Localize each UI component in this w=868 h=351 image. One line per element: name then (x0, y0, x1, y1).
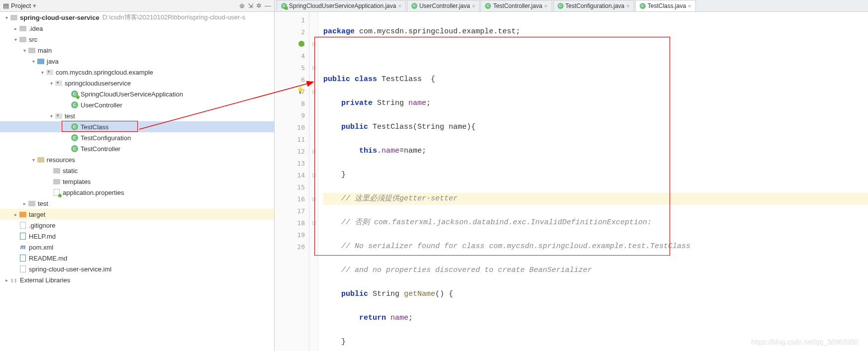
tree-templates[interactable]: ▸ templates (0, 176, 274, 187)
code-text: TestClass(String name){ (373, 123, 476, 131)
expand-icon[interactable]: ▾ (21, 48, 28, 53)
line-num: 10 (297, 124, 305, 131)
code-text: } (323, 171, 346, 179)
expand-icon[interactable]: ▾ (12, 37, 19, 42)
tab-testctrl[interactable]: CTestController.java× (481, 0, 552, 11)
expand-icon[interactable]: ▾ (30, 59, 37, 64)
tree-iml[interactable]: spring-cloud-user-service.iml (0, 263, 274, 274)
tree-readme[interactable]: README.md (0, 253, 274, 263)
kw: private (323, 99, 377, 107)
kw: public class (323, 75, 382, 84)
close-icon[interactable]: × (544, 3, 547, 9)
expand-icon[interactable]: ▾ (39, 70, 46, 75)
line-gutter: 1 2 3 4 5 6 7💡 8 9 10 11 12 13 14 15 16 … (275, 12, 309, 351)
line-num: 20 (297, 243, 305, 251)
editor-body: 1 2 3 4 5 6 7💡 8 9 10 11 12 13 14 15 16 … (275, 12, 868, 351)
expand-icon[interactable]: ▸ (3, 277, 10, 283)
tab-app[interactable]: CSpringCloudUserServiceApplication.java× (277, 0, 406, 11)
tab-userctrl[interactable]: CUserController.java× (407, 0, 480, 11)
kw: public (323, 123, 373, 131)
tree-help[interactable]: HELP.md (0, 231, 274, 242)
tree-test-dir[interactable]: ▸ test (0, 198, 274, 209)
code-text: ; (426, 99, 431, 107)
field: name (390, 314, 408, 322)
kw: public (323, 290, 373, 298)
project-panel-toolbar: ⊕ ⇲ ✲ — (239, 2, 271, 9)
intention-bulb-icon[interactable]: 💡 (296, 87, 304, 94)
tree-test-ctrl[interactable]: ▸ C TestController (0, 143, 274, 154)
tree-static[interactable]: ▸ static (0, 165, 274, 176)
line-num: 11 (297, 136, 305, 143)
hide-icon[interactable]: — (265, 2, 271, 9)
tree-label: test (65, 112, 75, 120)
tree-root[interactable]: ▾ spring-cloud-user-service D:\csdn博客\20… (0, 12, 274, 23)
gear-icon[interactable]: ✲ (256, 2, 262, 9)
spring-bean-icon[interactable] (298, 41, 304, 47)
tree-test-cfg[interactable]: ▸ C TestConfiguration (0, 132, 274, 143)
expand-icon[interactable]: ▾ (48, 113, 55, 119)
tab-label: TestConfiguration.java (566, 2, 625, 9)
tree-label: TestController (81, 145, 120, 153)
tab-testcfg[interactable]: CTestConfiguration.java× (553, 0, 634, 11)
tree-pkg[interactable]: ▾ com.mycsdn.springcloud.example (0, 67, 274, 78)
project-panel-title-area[interactable]: ▤ Project ▾ (3, 2, 239, 9)
close-icon[interactable]: × (472, 3, 475, 9)
line-num: 6 (301, 76, 305, 84)
expand-icon[interactable]: ▾ (48, 81, 55, 86)
expand-icon[interactable]: ▾ (30, 157, 37, 163)
tree-gitignore[interactable]: .gitignore (0, 220, 274, 231)
close-icon[interactable]: × (688, 3, 691, 9)
fold-icon[interactable]: ⊟ (309, 145, 318, 157)
close-icon[interactable]: × (398, 3, 401, 9)
fold-icon[interactable]: ⊟ (309, 38, 318, 50)
tree-label: java (47, 58, 59, 65)
code-editor[interactable]: package com.mycsdn.springcloud.example.t… (318, 12, 868, 351)
tree-user-ctrl[interactable]: ▸ C UserController (0, 99, 274, 110)
tree-ext-libs[interactable]: ▸ ⫾⫾ External Libraries (0, 274, 274, 285)
tree-main[interactable]: ▾ main (0, 45, 274, 56)
kw: this (323, 147, 377, 155)
line-num: 14 (297, 172, 305, 179)
expand-icon[interactable]: ▸ (12, 212, 19, 217)
tree-src[interactable]: ▾ src (0, 34, 274, 45)
expand-icon[interactable]: ▾ (3, 15, 10, 20)
tree-pom[interactable]: m pom.xml (0, 242, 274, 253)
expand-icon[interactable]: ▸ (21, 201, 28, 206)
comment: // and no properties discovered to creat… (323, 266, 592, 274)
collapse-icon[interactable]: ⇲ (248, 2, 253, 9)
project-panel: ▤ Project ▾ ⊕ ⇲ ✲ — ▾ spring-cloud-user-… (0, 0, 275, 351)
line-num: 1 (301, 16, 305, 24)
fold-icon[interactable]: ⊡ (309, 217, 318, 229)
tree-label: resources (47, 156, 75, 164)
fold-icon[interactable]: ⊟ (309, 193, 318, 205)
tree-label: .gitignore (29, 222, 55, 229)
fold-icon[interactable]: ⊟ (309, 62, 318, 74)
field: name (408, 99, 426, 107)
tree-test-class[interactable]: ▸ C TestClass (0, 121, 274, 132)
project-panel-title: Project (11, 2, 31, 9)
tree-resources[interactable]: ▾ resources (0, 154, 274, 165)
locate-icon[interactable]: ⊕ (239, 2, 245, 9)
code-text: () { (435, 290, 453, 298)
tree-label: springclouduserservice (65, 80, 131, 87)
line-num: 16 (297, 195, 305, 203)
tab-testclass[interactable]: CTestClass.java× (635, 0, 696, 11)
tree-app-props[interactable]: ▸ application.properties (0, 187, 274, 198)
tree-idea[interactable]: ▸ .idea (0, 23, 274, 34)
tree-label: spring-cloud-user-service.iml (29, 265, 111, 273)
line-num: 15 (297, 183, 305, 191)
dropdown-icon[interactable]: ▾ (33, 2, 36, 9)
project-tree[interactable]: ▾ spring-cloud-user-service D:\csdn博客\20… (0, 12, 274, 351)
line-num: 17 (297, 207, 305, 215)
expand-icon[interactable]: ▸ (12, 26, 19, 31)
fold-icon[interactable]: ⊡ (309, 86, 318, 97)
line-num: 4 (301, 52, 305, 60)
close-icon[interactable]: × (626, 3, 629, 9)
tree-label: com.mycsdn.springcloud.example (56, 69, 153, 76)
tree-java[interactable]: ▾ java (0, 56, 274, 67)
tree-test-pkg[interactable]: ▾ test (0, 110, 274, 121)
fold-icon[interactable]: ⊡ (309, 169, 318, 181)
tree-target[interactable]: ▸ target (0, 209, 274, 220)
tree-app-class[interactable]: ▸ C SpringCloudUserServiceApplication (0, 88, 274, 99)
tree-svc-pkg[interactable]: ▾ springclouduserservice (0, 78, 274, 88)
